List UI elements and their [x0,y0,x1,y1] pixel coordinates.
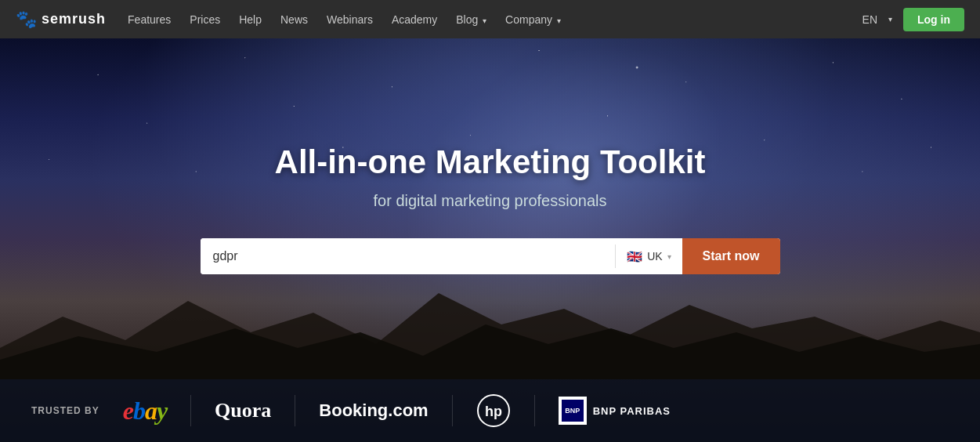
hero-title: All-in-one Marketing Toolkit [201,143,780,181]
brand-ebay: ebay [123,397,167,426]
nav-item-help[interactable]: Help [239,13,262,27]
company-dropdown-arrow: ▾ [555,16,561,25]
logo-text: semrush [42,11,106,27]
brand-bnp: BNP BNP PARIBAS [559,397,671,425]
nav-item-prices[interactable]: Prices [190,13,220,27]
lang-dropdown-arrow: ▾ [888,15,892,24]
svg-text:hp: hp [485,404,502,419]
language-selector[interactable]: EN [862,13,877,26]
nav-links: Features Prices Help News Webinars Acade… [128,13,561,27]
divider-1 [190,395,191,426]
nav-right: EN ▾ Log in [862,8,964,31]
uk-flag-icon: 🇬🇧 [627,249,642,264]
nav-item-webinars[interactable]: Webinars [327,13,373,27]
trusted-by-label: TRUSTED BY [31,405,99,416]
brand-booking: Booking.com [319,400,428,421]
nav-item-news[interactable]: News [280,13,308,27]
navbar: 🐾 semrush Features Prices Help News Webi… [0,0,980,38]
nav-item-company[interactable]: Company ▾ [505,13,561,27]
search-input[interactable] [201,238,616,274]
search-bar: 🇬🇧 UK ▾ Start now [201,238,780,274]
divider-2 [295,395,295,426]
nav-left: 🐾 semrush Features Prices Help News Webi… [16,9,561,30]
nav-item-features[interactable]: Features [128,13,171,27]
bnp-text: BNP PARIBAS [593,405,671,417]
logo[interactable]: 🐾 semrush [16,9,106,30]
logo-icon: 🐾 [16,9,37,30]
country-selector[interactable]: 🇬🇧 UK ▾ [616,249,682,264]
hp-logo-icon: hp [476,393,511,428]
start-now-button[interactable]: Start now [682,238,780,274]
hero-section: All-in-one Marketing Toolkit for digital… [0,38,980,442]
country-dropdown-arrow: ▾ [667,252,671,261]
trusted-bar: TRUSTED BY ebay Quora Booking.com hp BNP [0,379,980,442]
brand-hp: hp [476,393,511,428]
divider-3 [452,395,453,426]
nav-item-academy[interactable]: Academy [392,13,437,27]
hero-subtitle: for digital marketing professionals [201,192,780,210]
country-label: UK [647,250,662,263]
login-button[interactable]: Log in [903,8,964,31]
blog-dropdown-arrow: ▾ [480,16,486,25]
brand-quora: Quora [215,399,271,422]
hero-content: All-in-one Marketing Toolkit for digital… [201,143,780,337]
divider-4 [534,395,535,426]
nav-item-blog[interactable]: Blog ▾ [456,13,486,27]
